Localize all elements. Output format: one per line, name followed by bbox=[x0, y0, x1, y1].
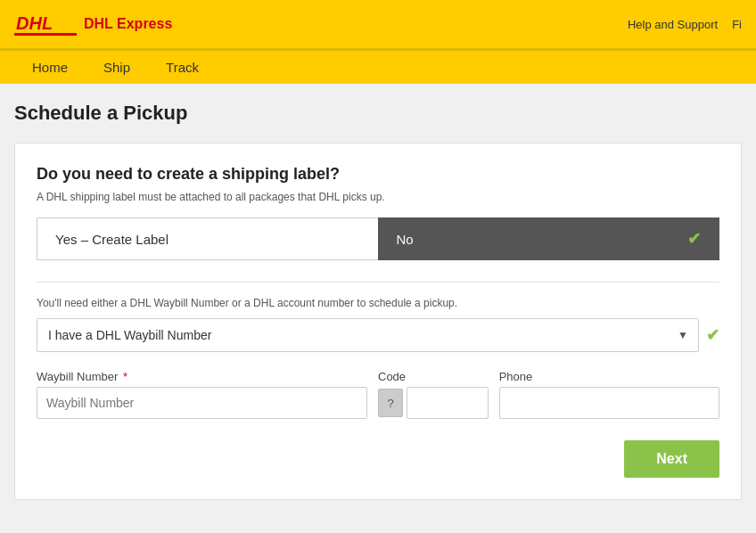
fi-link[interactable]: Fi bbox=[732, 18, 742, 31]
waybill-type-select[interactable]: I have a DHL Waybill NumberI have a DHL … bbox=[37, 318, 699, 352]
no-label-button[interactable]: No ✔ bbox=[378, 217, 720, 260]
label-toggle-group: Yes – Create Label No ✔ bbox=[37, 217, 719, 260]
page-title: Schedule a Pickup bbox=[14, 102, 742, 125]
waybill-number-field-group: Waybill Number * bbox=[37, 370, 367, 419]
waybill-type-select-wrapper: I have a DHL Waybill NumberI have a DHL … bbox=[37, 318, 699, 352]
code-input[interactable] bbox=[407, 387, 489, 419]
form-fields-row: Waybill Number * Code ? bbox=[37, 370, 719, 419]
header-links: Help and Support Fi bbox=[628, 18, 742, 31]
dhl-logo-icon: DHL bbox=[14, 10, 77, 38]
code-help-button[interactable]: ? bbox=[378, 389, 403, 417]
waybill-input-row bbox=[37, 387, 367, 419]
waybill-note: You'll need either a DHL Waybill Number … bbox=[37, 297, 719, 309]
header: DHL DHL Express Help and Support Fi bbox=[0, 0, 756, 50]
phone-label: Phone bbox=[499, 370, 719, 383]
logo-area: DHL DHL Express bbox=[14, 10, 172, 38]
yes-create-label-button[interactable]: Yes – Create Label bbox=[37, 217, 378, 260]
nav-home[interactable]: Home bbox=[14, 51, 86, 84]
main-nav: Home Ship Track bbox=[0, 50, 756, 84]
phone-field-group: Phone bbox=[499, 370, 719, 419]
waybill-number-input[interactable] bbox=[37, 387, 367, 419]
question-title: Do you need to create a shipping label? bbox=[37, 165, 719, 184]
next-button[interactable]: Next bbox=[624, 440, 719, 478]
select-check-icon: ✔ bbox=[706, 325, 719, 345]
no-selected-checkmark: ✔ bbox=[687, 229, 701, 249]
svg-rect-1 bbox=[14, 33, 77, 36]
code-label: Code bbox=[378, 370, 489, 383]
code-field-group: Code ? bbox=[378, 370, 489, 419]
required-marker: * bbox=[123, 370, 127, 383]
brand-name: DHL Express bbox=[84, 16, 172, 32]
help-support-link[interactable]: Help and Support bbox=[628, 18, 718, 31]
nav-ship[interactable]: Ship bbox=[86, 51, 148, 84]
question-subtitle: A DHL shipping label must be attached to… bbox=[37, 191, 719, 203]
page-content: Schedule a Pickup Do you need to create … bbox=[0, 84, 756, 529]
schedule-card: Do you need to create a shipping label? … bbox=[14, 143, 742, 500]
waybill-section: You'll need either a DHL Waybill Number … bbox=[37, 282, 719, 478]
waybill-select-row: I have a DHL Waybill NumberI have a DHL … bbox=[37, 318, 719, 352]
waybill-number-label: Waybill Number * bbox=[37, 370, 367, 383]
nav-track[interactable]: Track bbox=[148, 51, 217, 84]
action-row: Next bbox=[37, 440, 719, 478]
phone-input[interactable] bbox=[499, 387, 719, 419]
code-input-row: ? bbox=[378, 387, 489, 419]
svg-text:DHL: DHL bbox=[16, 13, 53, 33]
